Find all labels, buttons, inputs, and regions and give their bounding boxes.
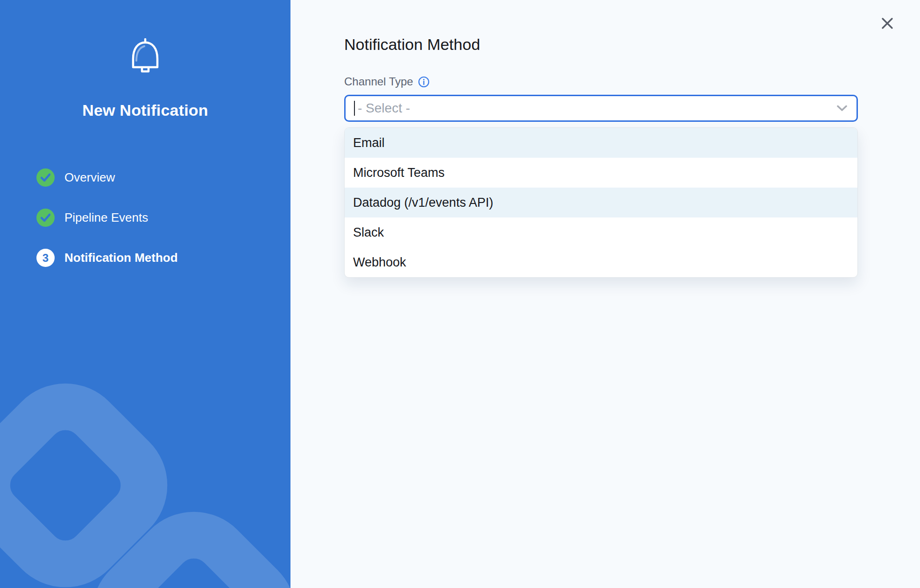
logo-watermark	[0, 369, 290, 588]
bell-icon	[0, 38, 290, 76]
step-overview[interactable]: Overview	[36, 168, 290, 187]
option-webhook[interactable]: Webhook	[345, 247, 857, 277]
wizard-title: New Notification	[0, 101, 290, 119]
wizard-steps: Overview Pipeline Events 3 Notification …	[0, 168, 290, 267]
check-icon	[36, 168, 55, 187]
option-slack[interactable]: Slack	[345, 217, 857, 247]
channel-type-label-row: Channel Type	[344, 75, 920, 88]
check-icon	[36, 209, 55, 227]
step-content: Notification Method Channel Type - Selec…	[290, 0, 920, 278]
channel-type-options-list: Email Microsoft Teams Datadog (/v1/event…	[344, 127, 858, 278]
close-button[interactable]	[880, 16, 895, 31]
step-label: Notification Method	[64, 251, 178, 265]
field-label: Channel Type	[344, 75, 413, 88]
wizard-sidebar: New Notification Overview Pipeline Event…	[0, 0, 290, 588]
step-number-badge: 3	[36, 249, 55, 267]
text-cursor	[354, 101, 355, 116]
close-icon	[881, 17, 893, 29]
option-email[interactable]: Email	[345, 128, 857, 158]
new-notification-modal: New Notification Overview Pipeline Event…	[0, 0, 920, 588]
option-datadog[interactable]: Datadog (/v1/events API)	[345, 188, 857, 217]
channel-type-select[interactable]: - Select -	[344, 95, 858, 122]
select-placeholder: - Select -	[358, 101, 410, 116]
option-microsoft-teams[interactable]: Microsoft Teams	[345, 158, 857, 188]
step-label: Overview	[64, 170, 115, 185]
page-title: Notification Method	[344, 35, 920, 54]
step-notification-method[interactable]: 3 Notification Method	[36, 249, 290, 267]
chevron-down-icon[interactable]	[837, 105, 847, 112]
info-icon[interactable]	[418, 76, 430, 88]
modal-body: Notification Method Channel Type - Selec…	[290, 0, 920, 588]
step-pipeline-events[interactable]: Pipeline Events	[36, 209, 290, 227]
step-label: Pipeline Events	[64, 210, 148, 225]
